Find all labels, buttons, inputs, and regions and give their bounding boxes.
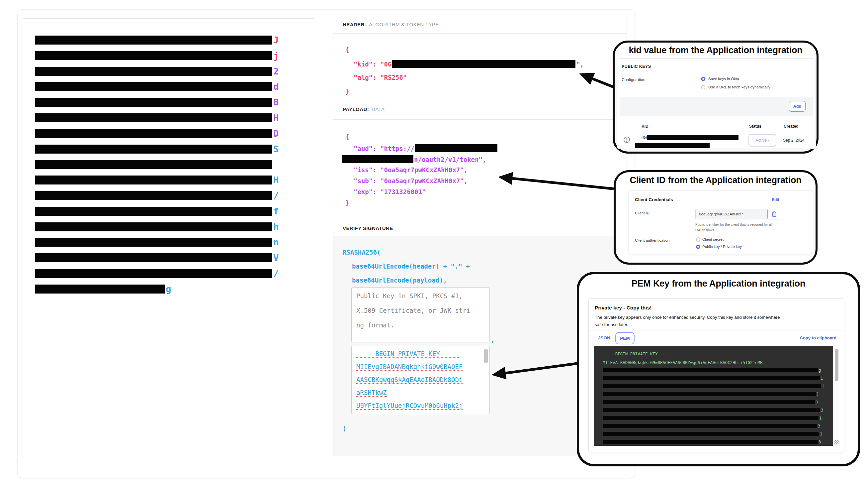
redaction-bar: [603, 368, 818, 372]
client-credentials-card: Client Credentials Edit Client ID 0oa5aq…: [628, 190, 813, 254]
token-trailing-char: /: [273, 269, 279, 278]
redaction-bar: [35, 129, 272, 138]
pem-redacted-line: ): [603, 400, 818, 404]
private-key-scrollbar-thumb[interactable]: [484, 349, 488, 363]
private-key-textarea[interactable]: -----BEGIN PRIVATE KEY----- MIIEvgIBADAN…: [351, 346, 490, 414]
terminal-scrollbar-thumb[interactable]: [835, 349, 838, 381]
save-keys-radio[interactable]: [701, 77, 705, 81]
payload-section-bar: PAYLOAD: DATA: [333, 99, 627, 120]
row-expand-chevron-icon[interactable]: ❯: [624, 137, 630, 143]
pem-redacted-line: T: [603, 384, 825, 388]
token-trailing-char: j: [273, 51, 279, 60]
pem-trailing-char: 3: [821, 408, 824, 412]
created-column-header: Created: [784, 124, 799, 129]
public-private-key-radio[interactable]: [696, 245, 700, 249]
client-id-helper-line1: Public identifier for the client that is…: [695, 222, 772, 226]
public-key-textarea[interactable]: Public Key in SPKI, PKCS #1, X.509 Certi…: [351, 287, 490, 342]
resize-grip-icon[interactable]: [834, 440, 839, 445]
redaction-bar: [35, 113, 272, 122]
token-trailing-char: B: [273, 98, 279, 107]
table-border: [617, 120, 815, 120]
pem-redacted-line: 3: [603, 408, 824, 412]
encoded-token-line: n: [35, 238, 279, 247]
encoded-token-line: 2: [35, 67, 279, 76]
encoded-token-line: g: [35, 285, 171, 293]
payload-section-label: PAYLOAD:: [343, 106, 369, 112]
pem-callout-title: PEM Key from the Application integration: [577, 279, 860, 289]
status-active-dropdown[interactable]: Active ▾: [748, 134, 776, 147]
pem-trailing-char: T: [822, 384, 825, 388]
clipboard-icon: [772, 211, 777, 217]
kid-row-redaction-bar: [647, 135, 739, 140]
pem-trailing-char: 1: [820, 432, 823, 436]
token-trailing-char: d: [273, 82, 279, 91]
keys-toolbar: [620, 97, 813, 116]
redaction-bar: [35, 285, 165, 293]
pem-trailing-char: ): [816, 392, 819, 396]
client-id-callout-title: Client ID from the Application integrati…: [614, 175, 817, 186]
verify-encode-header-line: base64UrlEncode(header) + "." +: [352, 263, 470, 270]
token-trailing-char: V: [273, 253, 279, 262]
public-key-placeholder-line: X.509 Certificate, or JWK stri: [356, 307, 470, 314]
aud-redaction-bar: [415, 144, 497, 152]
encoded-token-panel[interactable]: Jj2dBHDSH/fhnV/g: [22, 18, 315, 457]
encoded-token-line: /: [35, 191, 279, 200]
redaction-bar: [35, 207, 272, 216]
pem-redacted-line: ): [603, 392, 819, 396]
pem-trailing-char: g: [818, 368, 821, 372]
created-date-value: Sep 2, 2024: [783, 138, 805, 143]
copy-to-clipboard-link[interactable]: Copy to clipboard: [800, 335, 837, 340]
pem-redacted-line: g: [603, 368, 821, 372]
payload-section-sublabel: DATA: [372, 106, 384, 112]
pem-trailing-char: 3: [818, 424, 820, 428]
copy-client-id-button[interactable]: [767, 209, 781, 219]
tab-json[interactable]: JSON: [598, 335, 610, 340]
public-keys-heading: PUBLIC KEYS: [622, 64, 651, 69]
redaction-bar: [603, 432, 819, 436]
format-tab-bar: JSON PEM Copy to clipboard: [589, 330, 844, 346]
client-id-input[interactable]: 0oa5aqr7pwKCxZAhH0x7: [695, 209, 767, 219]
public-keys-card: PUBLIC KEYS Configuration Save keys in O…: [617, 58, 816, 149]
kid-row-value-line2: [635, 143, 710, 149]
encoded-token-line: d: [35, 82, 279, 91]
token-trailing-char: n: [273, 238, 279, 247]
encoded-token-line: /: [35, 269, 279, 278]
redaction-bar: [35, 175, 272, 185]
verify-encode-payload-line: base64UrlEncode(payload),: [352, 277, 447, 284]
fetch-url-radio[interactable]: [701, 85, 705, 89]
encoded-token-line: V: [35, 253, 279, 262]
client-id-label: Client ID: [635, 211, 650, 215]
header-json-open-brace: {: [345, 46, 349, 53]
pem-trailing-char: 1: [820, 376, 823, 380]
verify-close-paren: ): [343, 425, 346, 432]
tab-pem[interactable]: PEM: [615, 332, 634, 344]
client-credentials-heading: Client Credentials: [635, 197, 673, 202]
fetch-url-label: Use a URL to fetch keys dynamically: [708, 85, 770, 89]
token-trailing-char: H: [273, 175, 279, 185]
redaction-bar: [603, 392, 816, 396]
pem-trailing-char: 3: [818, 440, 821, 444]
client-secret-radio[interactable]: [696, 237, 700, 242]
terminal-scrollbar-track[interactable]: [833, 346, 839, 446]
payload-json-exp-line: "exp": "1731326001": [354, 188, 426, 195]
header-json-close-brace: }: [345, 88, 349, 95]
pem-key-terminal[interactable]: -----BEGIN PRIVATE KEY----- MIIEvAIBADAN…: [594, 346, 833, 446]
header-section-label: HEADER:: [343, 22, 366, 27]
private-key-desc-line2: safe for use later.: [595, 322, 628, 327]
encoded-token-line: H: [35, 175, 279, 185]
redaction-bar: [603, 376, 820, 380]
redaction-bar: [603, 408, 820, 412]
redaction-bar: [35, 98, 272, 107]
encoded-token-line: S: [35, 145, 279, 153]
aud-redaction-bar-2: [342, 155, 413, 163]
verify-section-bar: VERIFY SIGNATURE: [333, 220, 627, 236]
edit-link[interactable]: Edit: [772, 197, 779, 202]
add-key-button[interactable]: Add: [789, 101, 806, 112]
client-authentication-label: Client authentication: [635, 238, 670, 242]
token-trailing-char: f: [273, 207, 279, 216]
redaction-bar: [603, 440, 818, 444]
private-key-line: -----BEGIN PRIVATE KEY-----: [356, 350, 459, 357]
encoded-token-line: J: [35, 35, 279, 45]
redaction-bar: [603, 416, 818, 420]
redaction-bar: [35, 222, 272, 231]
